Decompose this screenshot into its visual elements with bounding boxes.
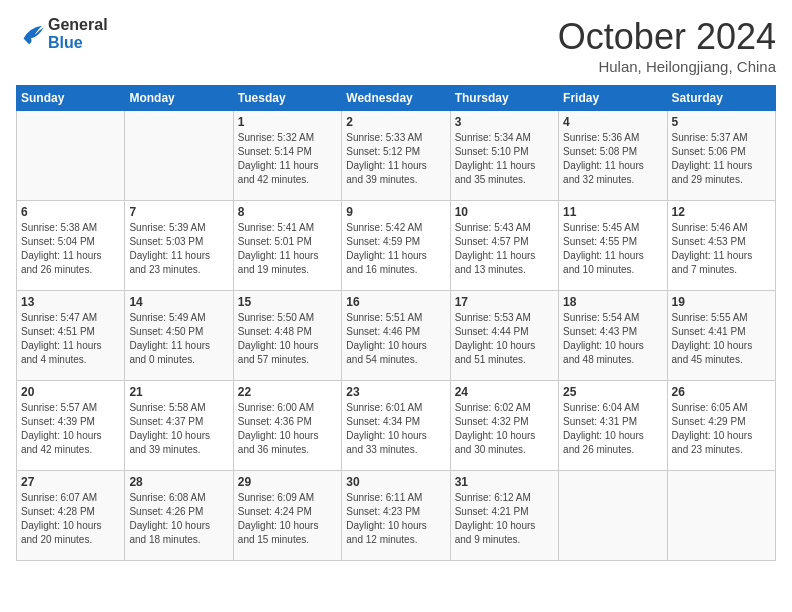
cell-daylight-info: Sunrise: 5:45 AM Sunset: 4:55 PM Dayligh… [563,221,662,277]
calendar-cell: 25Sunrise: 6:04 AM Sunset: 4:31 PM Dayli… [559,381,667,471]
calendar-cell: 12Sunrise: 5:46 AM Sunset: 4:53 PM Dayli… [667,201,775,291]
cell-date-number: 30 [346,475,445,489]
cell-daylight-info: Sunrise: 6:08 AM Sunset: 4:26 PM Dayligh… [129,491,228,547]
calendar-header: SundayMondayTuesdayWednesdayThursdayFrid… [17,86,776,111]
cell-date-number: 5 [672,115,771,129]
logo-icon [16,22,44,46]
calendar-cell: 24Sunrise: 6:02 AM Sunset: 4:32 PM Dayli… [450,381,558,471]
calendar-cell: 17Sunrise: 5:53 AM Sunset: 4:44 PM Dayli… [450,291,558,381]
calendar-cell: 28Sunrise: 6:08 AM Sunset: 4:26 PM Dayli… [125,471,233,561]
cell-date-number: 7 [129,205,228,219]
calendar-cell [667,471,775,561]
cell-daylight-info: Sunrise: 5:57 AM Sunset: 4:39 PM Dayligh… [21,401,120,457]
cell-daylight-info: Sunrise: 5:53 AM Sunset: 4:44 PM Dayligh… [455,311,554,367]
calendar-cell: 3Sunrise: 5:34 AM Sunset: 5:10 PM Daylig… [450,111,558,201]
cell-daylight-info: Sunrise: 5:43 AM Sunset: 4:57 PM Dayligh… [455,221,554,277]
calendar-cell: 2Sunrise: 5:33 AM Sunset: 5:12 PM Daylig… [342,111,450,201]
cell-date-number: 4 [563,115,662,129]
calendar-cell: 18Sunrise: 5:54 AM Sunset: 4:43 PM Dayli… [559,291,667,381]
cell-daylight-info: Sunrise: 6:00 AM Sunset: 4:36 PM Dayligh… [238,401,337,457]
calendar-cell [125,111,233,201]
cell-date-number: 17 [455,295,554,309]
calendar-week-row: 6Sunrise: 5:38 AM Sunset: 5:04 PM Daylig… [17,201,776,291]
calendar-cell: 1Sunrise: 5:32 AM Sunset: 5:14 PM Daylig… [233,111,341,201]
cell-daylight-info: Sunrise: 6:09 AM Sunset: 4:24 PM Dayligh… [238,491,337,547]
logo-text: General Blue [48,16,108,52]
calendar-cell: 7Sunrise: 5:39 AM Sunset: 5:03 PM Daylig… [125,201,233,291]
calendar-cell: 6Sunrise: 5:38 AM Sunset: 5:04 PM Daylig… [17,201,125,291]
calendar-subtitle: Hulan, Heilongjiang, China [558,58,776,75]
header: General Blue October 2024 Hulan, Heilong… [16,16,776,75]
calendar-cell [17,111,125,201]
cell-daylight-info: Sunrise: 6:02 AM Sunset: 4:32 PM Dayligh… [455,401,554,457]
calendar-cell: 14Sunrise: 5:49 AM Sunset: 4:50 PM Dayli… [125,291,233,381]
calendar-cell: 16Sunrise: 5:51 AM Sunset: 4:46 PM Dayli… [342,291,450,381]
logo: General Blue [16,16,108,52]
cell-date-number: 1 [238,115,337,129]
calendar-cell: 9Sunrise: 5:42 AM Sunset: 4:59 PM Daylig… [342,201,450,291]
calendar-week-row: 20Sunrise: 5:57 AM Sunset: 4:39 PM Dayli… [17,381,776,471]
cell-daylight-info: Sunrise: 6:01 AM Sunset: 4:34 PM Dayligh… [346,401,445,457]
cell-daylight-info: Sunrise: 6:07 AM Sunset: 4:28 PM Dayligh… [21,491,120,547]
calendar-cell: 30Sunrise: 6:11 AM Sunset: 4:23 PM Dayli… [342,471,450,561]
calendar-cell: 20Sunrise: 5:57 AM Sunset: 4:39 PM Dayli… [17,381,125,471]
cell-daylight-info: Sunrise: 5:39 AM Sunset: 5:03 PM Dayligh… [129,221,228,277]
cell-daylight-info: Sunrise: 6:11 AM Sunset: 4:23 PM Dayligh… [346,491,445,547]
cell-daylight-info: Sunrise: 5:51 AM Sunset: 4:46 PM Dayligh… [346,311,445,367]
cell-date-number: 13 [21,295,120,309]
cell-date-number: 31 [455,475,554,489]
calendar-title: October 2024 [558,16,776,58]
calendar-cell: 23Sunrise: 6:01 AM Sunset: 4:34 PM Dayli… [342,381,450,471]
cell-date-number: 10 [455,205,554,219]
cell-daylight-info: Sunrise: 6:05 AM Sunset: 4:29 PM Dayligh… [672,401,771,457]
calendar-cell: 4Sunrise: 5:36 AM Sunset: 5:08 PM Daylig… [559,111,667,201]
cell-date-number: 21 [129,385,228,399]
calendar-cell: 19Sunrise: 5:55 AM Sunset: 4:41 PM Dayli… [667,291,775,381]
cell-date-number: 3 [455,115,554,129]
cell-daylight-info: Sunrise: 5:34 AM Sunset: 5:10 PM Dayligh… [455,131,554,187]
cell-date-number: 19 [672,295,771,309]
cell-daylight-info: Sunrise: 5:49 AM Sunset: 4:50 PM Dayligh… [129,311,228,367]
cell-daylight-info: Sunrise: 5:42 AM Sunset: 4:59 PM Dayligh… [346,221,445,277]
weekday-header: Tuesday [233,86,341,111]
cell-daylight-info: Sunrise: 5:46 AM Sunset: 4:53 PM Dayligh… [672,221,771,277]
cell-date-number: 12 [672,205,771,219]
calendar-cell: 11Sunrise: 5:45 AM Sunset: 4:55 PM Dayli… [559,201,667,291]
cell-date-number: 14 [129,295,228,309]
cell-daylight-info: Sunrise: 6:04 AM Sunset: 4:31 PM Dayligh… [563,401,662,457]
cell-date-number: 9 [346,205,445,219]
calendar-cell: 15Sunrise: 5:50 AM Sunset: 4:48 PM Dayli… [233,291,341,381]
weekday-row: SundayMondayTuesdayWednesdayThursdayFrid… [17,86,776,111]
cell-date-number: 11 [563,205,662,219]
title-section: October 2024 Hulan, Heilongjiang, China [558,16,776,75]
cell-date-number: 25 [563,385,662,399]
calendar-week-row: 13Sunrise: 5:47 AM Sunset: 4:51 PM Dayli… [17,291,776,381]
cell-date-number: 16 [346,295,445,309]
cell-date-number: 24 [455,385,554,399]
cell-date-number: 27 [21,475,120,489]
cell-date-number: 20 [21,385,120,399]
weekday-header: Thursday [450,86,558,111]
weekday-header: Monday [125,86,233,111]
cell-date-number: 29 [238,475,337,489]
weekday-header: Sunday [17,86,125,111]
calendar-cell [559,471,667,561]
cell-daylight-info: Sunrise: 5:58 AM Sunset: 4:37 PM Dayligh… [129,401,228,457]
cell-daylight-info: Sunrise: 5:50 AM Sunset: 4:48 PM Dayligh… [238,311,337,367]
calendar-cell: 8Sunrise: 5:41 AM Sunset: 5:01 PM Daylig… [233,201,341,291]
calendar-body: 1Sunrise: 5:32 AM Sunset: 5:14 PM Daylig… [17,111,776,561]
calendar-cell: 10Sunrise: 5:43 AM Sunset: 4:57 PM Dayli… [450,201,558,291]
cell-date-number: 26 [672,385,771,399]
cell-daylight-info: Sunrise: 6:12 AM Sunset: 4:21 PM Dayligh… [455,491,554,547]
cell-date-number: 15 [238,295,337,309]
cell-daylight-info: Sunrise: 5:55 AM Sunset: 4:41 PM Dayligh… [672,311,771,367]
cell-daylight-info: Sunrise: 5:41 AM Sunset: 5:01 PM Dayligh… [238,221,337,277]
calendar-week-row: 1Sunrise: 5:32 AM Sunset: 5:14 PM Daylig… [17,111,776,201]
calendar-cell: 21Sunrise: 5:58 AM Sunset: 4:37 PM Dayli… [125,381,233,471]
calendar-cell: 5Sunrise: 5:37 AM Sunset: 5:06 PM Daylig… [667,111,775,201]
calendar-cell: 22Sunrise: 6:00 AM Sunset: 4:36 PM Dayli… [233,381,341,471]
cell-daylight-info: Sunrise: 5:33 AM Sunset: 5:12 PM Dayligh… [346,131,445,187]
cell-date-number: 8 [238,205,337,219]
cell-date-number: 2 [346,115,445,129]
calendar-cell: 29Sunrise: 6:09 AM Sunset: 4:24 PM Dayli… [233,471,341,561]
